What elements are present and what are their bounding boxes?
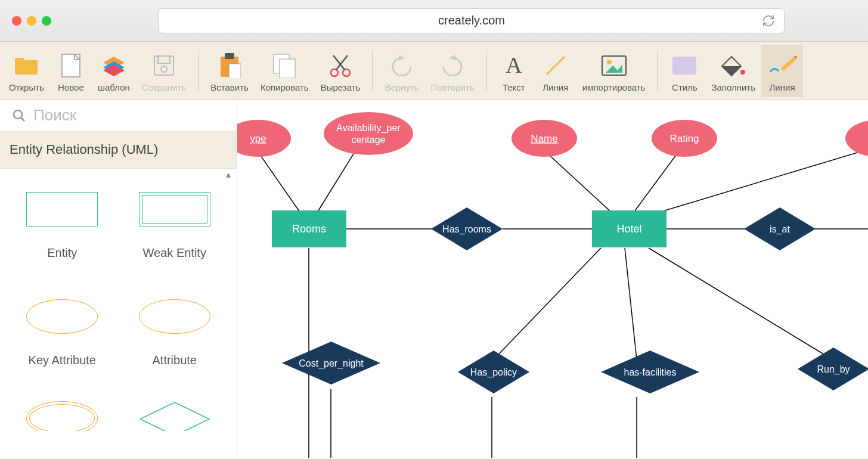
edge[interactable] bbox=[631, 148, 681, 216]
paste-button[interactable]: Вставить bbox=[204, 45, 255, 97]
svg-point-32 bbox=[14, 110, 22, 119]
lineedit-icon bbox=[768, 52, 796, 79]
tool-label: Вернуть bbox=[385, 82, 418, 92]
svg-point-15 bbox=[331, 69, 338, 76]
edge[interactable] bbox=[649, 248, 827, 356]
svg-line-17 bbox=[336, 55, 348, 70]
svg-rect-11 bbox=[225, 53, 234, 59]
edge[interactable] bbox=[625, 248, 637, 359]
tool-label: импортировать bbox=[582, 82, 646, 92]
tool-label: Сохранить bbox=[142, 82, 187, 92]
category-header[interactable]: Entity Relationship (UML) bbox=[0, 131, 237, 169]
redo-button[interactable]: Повторить bbox=[425, 45, 480, 97]
shapes-grid: ▴ Entity Weak Entity Key Attribute Attri… bbox=[0, 169, 237, 459]
save-icon bbox=[153, 52, 175, 79]
refresh-icon[interactable] bbox=[762, 14, 775, 27]
cut-button[interactable]: Вырезать bbox=[315, 45, 367, 97]
relationship-label: is_at bbox=[770, 224, 790, 235]
attribute-st[interactable] bbox=[845, 120, 868, 157]
svg-marker-30 bbox=[781, 57, 796, 71]
url-bar[interactable]: creately.com bbox=[159, 8, 785, 33]
svg-marker-34 bbox=[140, 402, 209, 431]
open-icon bbox=[14, 52, 39, 79]
browser-titlebar: creately.com bbox=[0, 0, 868, 42]
attribute-label: centage bbox=[352, 135, 386, 145]
search-input[interactable] bbox=[33, 106, 227, 125]
new-icon bbox=[61, 52, 80, 79]
template-icon bbox=[102, 52, 126, 79]
attribute-label: Rating bbox=[669, 133, 699, 144]
tool-label: Копировать bbox=[261, 82, 309, 92]
edge[interactable] bbox=[636, 151, 863, 219]
shape-entity[interactable]: Entity bbox=[12, 187, 113, 270]
svg-line-33 bbox=[21, 117, 24, 121]
paste-icon bbox=[218, 52, 241, 79]
fill-button[interactable]: Заполнить bbox=[705, 45, 761, 97]
relationship-label: Has_policy bbox=[470, 367, 517, 378]
shape-relationship[interactable] bbox=[125, 401, 225, 431]
svg-text:A: A bbox=[506, 54, 522, 77]
minimize-window-button[interactable] bbox=[27, 16, 36, 26]
save-button[interactable]: Сохранить bbox=[136, 45, 193, 97]
maximize-window-button[interactable] bbox=[42, 16, 51, 26]
edge[interactable] bbox=[255, 148, 303, 216]
attribute-avail[interactable] bbox=[324, 112, 413, 155]
attribute-label: Name bbox=[531, 133, 557, 144]
svg-rect-8 bbox=[158, 56, 170, 63]
edge[interactable] bbox=[315, 149, 356, 216]
tool-label: Линия bbox=[770, 82, 795, 92]
svg-rect-14 bbox=[280, 59, 295, 78]
text-button[interactable]: AТекст bbox=[493, 45, 535, 97]
tool-label: шаблон bbox=[98, 82, 130, 92]
line-icon bbox=[544, 52, 568, 79]
svg-line-22 bbox=[547, 57, 565, 75]
import-icon bbox=[601, 52, 627, 79]
attribute-label: Availability_per bbox=[336, 123, 401, 134]
tool-label: Стиль bbox=[672, 82, 698, 92]
copy-button[interactable]: Копировать bbox=[255, 45, 315, 97]
new-button[interactable]: Новое bbox=[50, 45, 92, 97]
import-button[interactable]: импортировать bbox=[576, 45, 652, 97]
cut-icon bbox=[328, 52, 352, 79]
line-button[interactable]: Линия bbox=[535, 45, 576, 97]
edge[interactable] bbox=[541, 148, 616, 216]
shape-weak-entity[interactable]: Weak Entity bbox=[125, 187, 225, 270]
search-icon bbox=[12, 108, 26, 123]
svg-line-18 bbox=[333, 55, 345, 70]
tool-label: Повторить bbox=[431, 82, 475, 92]
svg-marker-28 bbox=[722, 66, 741, 76]
svg-point-9 bbox=[161, 66, 167, 72]
entity-label: Rooms bbox=[292, 223, 326, 235]
lineedit-button[interactable]: Линия bbox=[761, 45, 803, 97]
attribute-label: ype bbox=[250, 133, 266, 144]
shape-multivalue-attribute[interactable] bbox=[12, 401, 113, 431]
tool-label: Текст bbox=[503, 82, 525, 92]
text-icon: A bbox=[502, 52, 526, 79]
svg-rect-26 bbox=[672, 57, 696, 75]
toolbar: ОткрытьНовоешаблонСохранитьВставитьКопир… bbox=[0, 42, 868, 100]
shape-attribute[interactable]: Attribute bbox=[125, 294, 225, 377]
diagram-canvas[interactable]: ypeAvailability_percentageNameRatingStRo… bbox=[237, 100, 868, 459]
shape-key-attribute[interactable]: Key Attribute bbox=[12, 294, 113, 377]
open-button[interactable]: Открыть bbox=[3, 45, 50, 97]
tool-label: Линия bbox=[542, 82, 568, 92]
redo-icon bbox=[441, 52, 464, 79]
close-window-button[interactable] bbox=[12, 16, 21, 26]
svg-rect-12 bbox=[229, 64, 241, 78]
undo-button[interactable]: Вернуть bbox=[379, 45, 424, 97]
copy-icon bbox=[272, 52, 296, 79]
fill-icon bbox=[721, 52, 746, 79]
relationship-label: Has_rooms bbox=[442, 224, 491, 235]
edge[interactable] bbox=[494, 248, 601, 359]
tool-label: Вставить bbox=[210, 82, 249, 92]
style-icon bbox=[671, 52, 698, 79]
style-button[interactable]: Стиль bbox=[664, 45, 705, 97]
undo-icon bbox=[390, 52, 414, 79]
svg-marker-19 bbox=[399, 55, 405, 61]
url-text: creately.com bbox=[438, 14, 505, 27]
svg-point-16 bbox=[343, 69, 350, 76]
tool-label: Открыть bbox=[9, 82, 44, 92]
window-controls bbox=[12, 16, 51, 26]
template-button[interactable]: шаблон bbox=[92, 45, 136, 97]
scroll-up-icon[interactable]: ▴ bbox=[222, 169, 234, 179]
